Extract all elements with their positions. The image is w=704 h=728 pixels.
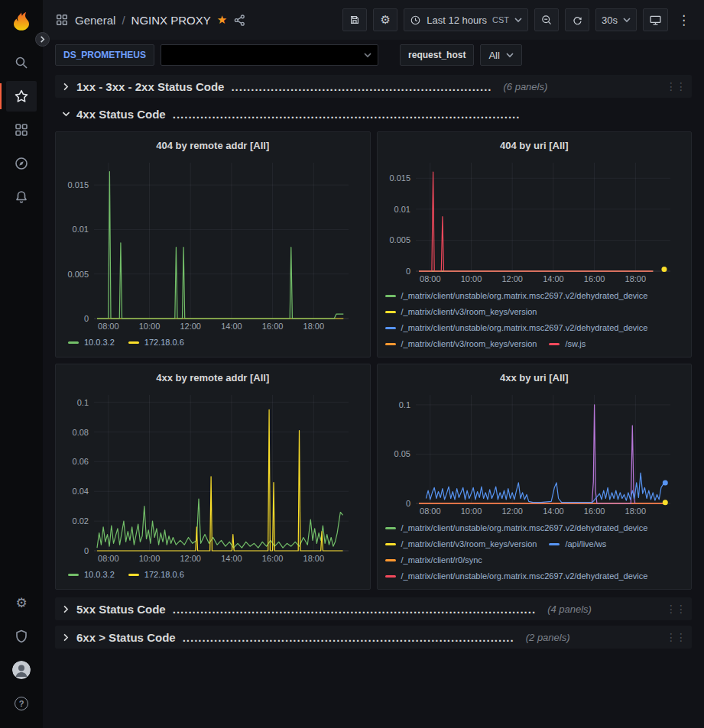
time-series-chart[interactable]: 08:0010:0012:0014:0016:0018:0000.0050.01… — [384, 155, 686, 285]
grafana-logo[interactable] — [8, 8, 34, 34]
sidebar-item-starred[interactable] — [6, 81, 37, 112]
svg-text:0: 0 — [84, 314, 89, 323]
chart-canvas[interactable]: 08:0010:0012:0014:0016:0018:0000.0050.01… — [384, 155, 686, 285]
dashboard-settings-button[interactable]: ⚙ — [373, 8, 397, 31]
row-title: 4xx Status Code — [76, 108, 166, 121]
legend-series-label: /_matrix/client/v3/room_keys/version — [401, 304, 537, 320]
sidebar-expand-button[interactable] — [35, 32, 50, 47]
row-dots: ........................................… — [231, 80, 492, 93]
favorite-star-icon[interactable]: ★ — [217, 15, 227, 26]
request-host-select[interactable]: All — [480, 44, 521, 66]
svg-text:0.02: 0.02 — [73, 516, 89, 526]
svg-text:18:00: 18:00 — [625, 506, 646, 516]
svg-text:08:00: 08:00 — [98, 554, 119, 563]
datasource-variable-label[interactable]: DS_PROMETHEUS — [55, 44, 154, 66]
legend-series-color — [385, 575, 396, 578]
legend-series-label: /_matrix/client/v3/room_keys/version — [401, 336, 537, 352]
row-drag-handle[interactable]: ⋮⋮ — [666, 80, 686, 92]
chevron-right-icon — [61, 633, 71, 642]
legend-series-color — [385, 343, 396, 345]
panel-title[interactable]: 404 by remote addr [All] — [62, 136, 364, 155]
request-host-select-value: All — [488, 50, 499, 61]
dashboard-title[interactable]: NGINX PROXY — [131, 14, 211, 27]
sidebar-item-explore[interactable] — [6, 148, 37, 179]
sidebar-item-profile[interactable] — [6, 655, 37, 685]
legend-series-label: /_matrix/client/unstable/org.matrix.msc2… — [401, 320, 648, 336]
chevron-right-icon — [61, 82, 71, 92]
datasource-select[interactable] — [161, 44, 378, 66]
tv-mode-button[interactable] — [643, 8, 668, 31]
time-series-chart[interactable]: 08:0010:0012:0014:0016:0018:0000.050.1 — [384, 387, 686, 517]
sidebar-item-help[interactable]: ? — [6, 688, 37, 719]
legend-series-label: 10.0.3.2 — [84, 567, 115, 583]
row-panel-count: (6 panels) — [503, 81, 547, 92]
legend-item[interactable]: /_matrix/client/v3/room_keys/version — [385, 304, 537, 320]
row-header-1xx-3xx-2xx[interactable]: 1xx - 3xx - 2xx Status Code.............… — [55, 75, 692, 98]
legend-item[interactable]: /_matrix/client/r0/sync — [385, 552, 482, 568]
sidebar-nav-top — [6, 44, 37, 215]
panel-title[interactable]: 4xx by remote addr [All] — [62, 368, 364, 387]
svg-text:18:00: 18:00 — [625, 274, 646, 283]
breadcrumb-folder[interactable]: General — [75, 14, 115, 27]
row-dots: ........................................… — [173, 108, 521, 121]
apps-grid-icon[interactable] — [55, 13, 69, 27]
legend-item[interactable]: /_matrix/client/unstable/org.matrix.msc2… — [385, 568, 648, 584]
row-drag-handle[interactable]: ⋮⋮ — [666, 631, 686, 643]
request-host-variable-label[interactable]: request_host — [400, 44, 474, 66]
time-range-picker[interactable]: Last 12 hours CST — [404, 8, 528, 31]
panel-grid-4xx: 404 by remote addr [All] 08:0010:0012:00… — [55, 131, 692, 590]
legend-item[interactable]: /_matrix/client/unstable/org.matrix.msc2… — [385, 288, 648, 304]
help-icon: ? — [15, 697, 28, 710]
legend-series-label: 10.0.3.2 — [84, 335, 115, 351]
time-series-chart[interactable]: 08:0010:0012:0014:0016:0018:0000.0050.01… — [62, 155, 364, 332]
sidebar-item-search[interactable] — [6, 47, 37, 78]
time-series-chart[interactable]: 08:0010:0012:0014:0016:0018:0000.020.040… — [62, 387, 364, 565]
svg-text:12:00: 12:00 — [501, 274, 523, 283]
legend-series-label: /_matrix/client/unstable/org.matrix.msc2… — [401, 288, 648, 304]
legend-item[interactable]: /api/live/ws — [549, 536, 606, 552]
refresh-interval-picker[interactable]: 30s — [595, 8, 637, 31]
clock-icon — [410, 15, 421, 26]
svg-text:0.08: 0.08 — [73, 428, 89, 437]
legend-item[interactable]: 10.0.3.2 — [68, 567, 115, 583]
legend-item[interactable]: /_matrix/client/unstable/org.matrix.msc2… — [385, 320, 648, 336]
svg-text:0.06: 0.06 — [73, 457, 89, 466]
chevron-down-icon — [364, 52, 371, 58]
row-drag-handle[interactable]: ⋮⋮ — [666, 603, 686, 615]
svg-text:16:00: 16:00 — [262, 554, 284, 563]
legend-series-label: /api/live/ws — [565, 536, 606, 552]
panel-title[interactable]: 4xx by uri [All] — [384, 368, 686, 387]
svg-text:12:00: 12:00 — [180, 554, 201, 563]
sidebar-item-configuration[interactable]: ⚙ — [6, 587, 37, 618]
row-header-4xx[interactable]: 4xx Status Code.........................… — [55, 102, 692, 125]
refresh-button[interactable] — [565, 8, 589, 31]
svg-text:0.015: 0.015 — [389, 173, 410, 183]
legend-item[interactable]: /_matrix/client/v3/room_keys/version — [385, 336, 537, 352]
save-dashboard-button[interactable] — [342, 8, 367, 31]
legend-series-label: /sw.js — [565, 336, 586, 352]
chart-canvas[interactable]: 08:0010:0012:0014:0016:0018:0000.0050.01… — [62, 155, 364, 332]
legend-series-color — [68, 341, 79, 344]
sidebar-item-alerting[interactable] — [6, 182, 37, 212]
legend-item[interactable]: 172.18.0.6 — [128, 567, 184, 583]
dashboard-variables-bar: DS_PROMETHEUS request_host All — [43, 40, 704, 70]
chart-canvas[interactable]: 08:0010:0012:0014:0016:0018:0000.050.1 — [384, 387, 686, 517]
legend-item[interactable]: /sw.js — [549, 336, 586, 352]
zoom-out-button[interactable] — [534, 8, 559, 31]
sidebar-item-dashboards[interactable] — [6, 115, 37, 145]
svg-text:0: 0 — [84, 546, 89, 555]
legend-item[interactable]: /_matrix/client/unstable/org.matrix.msc2… — [385, 520, 648, 536]
svg-text:0.005: 0.005 — [67, 270, 89, 279]
row-header-5xx[interactable]: 5xx Status Code.........................… — [55, 597, 692, 620]
panel-title[interactable]: 404 by uri [All] — [384, 136, 686, 155]
row-header-6xx[interactable]: 6xx > Status Code.......................… — [55, 626, 692, 649]
legend-item[interactable]: 172.18.0.6 — [128, 335, 184, 351]
svg-text:0.01: 0.01 — [73, 225, 89, 234]
share-icon[interactable] — [233, 14, 246, 27]
sidebar-item-server-admin[interactable] — [6, 621, 37, 652]
chart-canvas[interactable]: 08:0010:0012:0014:0016:0018:0000.020.040… — [62, 387, 364, 565]
legend-item[interactable]: /_matrix/client/v3/room_keys/version — [385, 536, 537, 552]
svg-text:10:00: 10:00 — [139, 322, 161, 331]
kebab-menu-icon[interactable]: ⋮ — [674, 12, 693, 28]
legend-item[interactable]: 10.0.3.2 — [68, 335, 115, 351]
